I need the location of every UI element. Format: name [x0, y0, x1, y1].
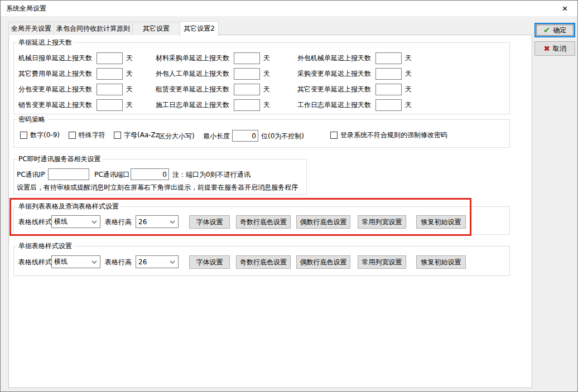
unit-label: 天: [263, 69, 270, 79]
min-length-label: 最小长度: [203, 132, 230, 141]
group-delay-report-days: 单据延迟上报天数 机械日报单延迟上报天数 天 材料采购单延迟上报天数 天 外包机…: [13, 42, 510, 114]
ok-button-label: 确定: [553, 26, 566, 35]
unit-label: 天: [405, 69, 412, 79]
restore-defaults-button[interactable]: 恢复初始设置: [416, 215, 466, 229]
row-height-select[interactable]: 26: [136, 215, 179, 228]
field-label: 租赁变更单延迟上报天数: [156, 85, 234, 94]
min-length-input[interactable]: [232, 130, 258, 142]
checkbox-label: 登录系统不符合规则的强制修改密码: [340, 130, 447, 140]
unit-label: 天: [405, 100, 412, 110]
field-label: 机械日报单延迟上报天数: [18, 54, 97, 63]
font-settings-button[interactable]: 字体设置: [189, 215, 230, 229]
tab-global-switch-settings[interactable]: 全局开关设置: [8, 22, 54, 35]
checkbox-digits[interactable]: 数字(0-9): [20, 130, 60, 140]
machinery-daily-days-input[interactable]: [97, 52, 123, 64]
checkbox-label: 字母(Aa-Zz: [124, 130, 159, 140]
odd-row-color-button[interactable]: 奇数行底色设置: [236, 255, 291, 269]
delay-field: 施工日志单延迟上报天数 天: [156, 97, 297, 113]
field-label: 分包变更单延迟上报天数: [18, 85, 97, 94]
group-pc-im-server: PC即时通讯服务器相关设置 PC通讯IP PC通讯端口 注：端口为0则不进行通讯…: [13, 159, 307, 195]
group-title: 单据表格样式设置: [17, 241, 74, 251]
field-label: 工作日志单延迟上报天数: [297, 100, 375, 110]
line-style-label: 表格线样式: [18, 217, 52, 227]
group-title: 单据列表表格及查询表格样式设置: [17, 202, 121, 211]
line-style-select[interactable]: 横线: [51, 255, 100, 268]
check-icon: ✔: [543, 26, 551, 35]
field-label: 施工日志单延迟上报天数: [156, 100, 234, 110]
field-label: 销售变更单延迟上报天数: [18, 100, 97, 110]
work-log-days-input[interactable]: [375, 99, 402, 111]
system-global-settings-dialog: 系统全局设置 ✕ 全局开关设置 承包合同待收款计算原则 其它设置 其它设置2 ✔…: [0, 0, 578, 392]
case-sensitive-note: 区分大小写): [158, 132, 195, 141]
font-settings-button[interactable]: 字体设置: [189, 255, 230, 269]
field-label: 采购变更单延迟上报天数: [297, 69, 375, 79]
chevron-down-icon: [91, 220, 97, 224]
restore-defaults-button[interactable]: 恢复初始设置: [416, 255, 466, 269]
delay-field: 外包机械单延迟上报天数 天: [297, 50, 509, 66]
min-length-suffix: 位(0为不控制): [261, 132, 304, 141]
pc-port-label: PC通讯端口: [94, 170, 130, 180]
tab-other-settings[interactable]: 其它设置: [132, 22, 180, 35]
unit-label: 天: [126, 100, 133, 110]
unit-label: 天: [263, 85, 270, 94]
line-style-select[interactable]: 横线: [51, 215, 100, 228]
unit-label: 天: [263, 54, 270, 63]
field-label: 材料采购单延迟上报天数: [156, 54, 234, 63]
field-label: 外包人工单延迟上报天数: [156, 69, 234, 79]
unit-label: 天: [126, 69, 133, 79]
common-column-width-button[interactable]: 常用列宽设置: [358, 215, 406, 229]
checkbox-icon: [330, 132, 338, 139]
ok-button[interactable]: ✔ 确定: [534, 23, 575, 37]
delay-field: 材料采购单延迟上报天数 天: [156, 50, 297, 66]
subcontract-change-days-input[interactable]: [97, 84, 123, 95]
tab-other-settings-2[interactable]: 其它设置2: [180, 21, 219, 36]
selected-value: 横线: [54, 217, 68, 226]
selected-value: 26: [138, 218, 147, 226]
title-bar: 系统全局设置 ✕: [1, 1, 577, 16]
odd-row-color-button[interactable]: 奇数行底色设置: [236, 215, 291, 229]
group-password-policy: 密码策略 数字(0-9) 特殊字符 字母(Aa-Zz 区分大小写) 最小长度 位…: [13, 119, 510, 148]
dialog-client-area: 全局开关设置 承包合同待收款计算原则 其它设置 其它设置2 ✔ 确定 ✖ 取消 …: [1, 16, 577, 391]
group-list-table-style: 单据列表表格及查询表格样式设置 表格线样式 横线 表格行高 26 字体设置 奇数…: [13, 206, 510, 235]
construction-log-days-input[interactable]: [234, 99, 260, 111]
checkbox-force-password-change[interactable]: 登录系统不符合规则的强制修改密码: [330, 130, 447, 140]
delay-field: 采购变更单延迟上报天数 天: [297, 66, 509, 81]
checkbox-special-chars[interactable]: 特殊字符: [69, 130, 105, 140]
material-purchase-days-input[interactable]: [234, 52, 260, 64]
other-change-days-input[interactable]: [375, 84, 402, 95]
unit-label: 天: [126, 54, 133, 63]
sales-change-days-input[interactable]: [97, 99, 123, 111]
unit-label: 天: [126, 85, 133, 94]
chevron-down-icon: [170, 260, 175, 264]
delay-fields-grid: 机械日报单延迟上报天数 天 材料采购单延迟上报天数 天 外包机械单延迟上报天数 …: [14, 43, 509, 113]
chevron-down-icon: [170, 220, 175, 224]
checkbox-icon: [69, 132, 76, 139]
other-expense-days-input[interactable]: [97, 68, 123, 80]
lease-change-days-input[interactable]: [234, 84, 260, 95]
purchase-change-days-input[interactable]: [375, 68, 402, 80]
tab-page-other-settings-2: 单据延迟上报天数 机械日报单延迟上报天数 天 材料采购单延迟上报天数 天 外包机…: [8, 35, 532, 388]
tab-bar: 全局开关设置 承包合同待收款计算原则 其它设置 其它设置2: [8, 21, 218, 35]
delay-field: 外包人工单延迟上报天数 天: [156, 66, 297, 81]
checkbox-letters[interactable]: 字母(Aa-Zz: [114, 130, 159, 140]
cancel-button[interactable]: ✖ 取消: [534, 41, 575, 56]
outsourced-labor-days-input[interactable]: [234, 68, 260, 80]
group-title: PC即时通讯服务器相关设置: [17, 154, 103, 164]
common-column-width-button[interactable]: 常用列宽设置: [358, 255, 406, 269]
pc-ip-input[interactable]: [48, 168, 89, 180]
port-zero-note: 注：端口为0则不进行通讯: [172, 170, 251, 180]
row-height-label: 表格行高: [105, 258, 132, 267]
unit-label: 天: [405, 85, 412, 94]
close-icon: ✕: [562, 4, 568, 13]
delay-field: 机械日报单延迟上报天数 天: [18, 50, 156, 66]
tab-contract-receivable-rules[interactable]: 承包合同待收款计算原则: [54, 22, 133, 35]
even-row-color-button[interactable]: 偶数行底色设置: [296, 255, 350, 269]
row-height-select[interactable]: 26: [136, 255, 179, 268]
even-row-color-button[interactable]: 偶数行底色设置: [296, 215, 350, 229]
delay-field: 租赁变更单延迟上报天数 天: [156, 81, 297, 97]
pc-port-input[interactable]: [131, 168, 169, 180]
delay-field: 其它费用单延迟上报天数 天: [18, 66, 156, 81]
group-doc-table-style: 单据表格样式设置 表格线样式 横线 表格行高 26 字体设置 奇数行底色设置 偶…: [13, 246, 510, 276]
close-button[interactable]: ✕: [552, 1, 577, 16]
outsourced-machinery-days-input[interactable]: [375, 52, 402, 64]
